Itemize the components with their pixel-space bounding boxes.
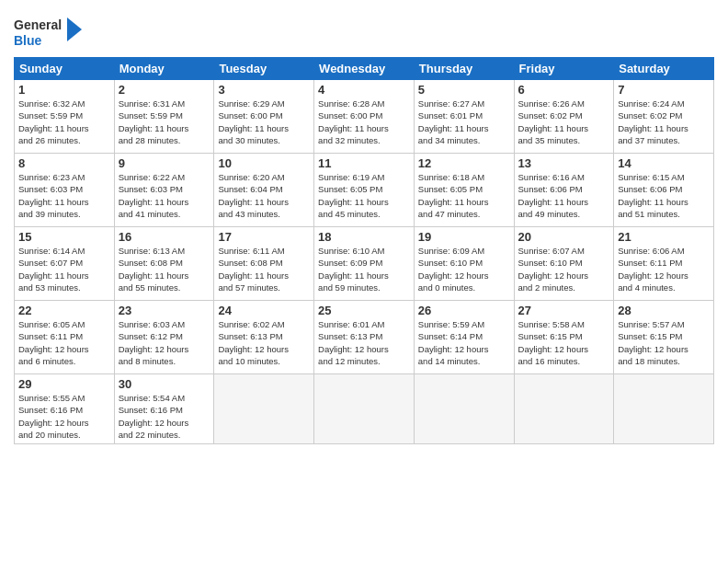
day-info: Sunrise: 5:54 AM Sunset: 6:16 PM Dayligh… — [119, 392, 210, 441]
day-number: 2 — [119, 83, 210, 97]
day-number: 25 — [318, 304, 410, 317]
day-info: Sunrise: 5:59 AM Sunset: 6:14 PM Dayligh… — [418, 318, 510, 367]
calendar-cell: 1Sunrise: 6:32 AM Sunset: 5:59 PM Daylig… — [15, 80, 115, 154]
logo: GeneralBlue — [14, 13, 83, 52]
day-info: Sunrise: 6:01 AM Sunset: 6:13 PM Dayligh… — [318, 318, 410, 367]
calendar-cell: 8Sunrise: 6:23 AM Sunset: 6:03 PM Daylig… — [15, 154, 115, 227]
day-info: Sunrise: 6:28 AM Sunset: 6:00 PM Dayligh… — [318, 98, 410, 146]
day-info: Sunrise: 6:24 AM Sunset: 6:02 PM Dayligh… — [618, 98, 710, 146]
calendar-cell: 4Sunrise: 6:28 AM Sunset: 6:00 PM Daylig… — [314, 80, 415, 154]
day-number: 28 — [618, 304, 710, 317]
calendar-cell: 16Sunrise: 6:13 AM Sunset: 6:08 PM Dayli… — [114, 227, 214, 301]
day-number: 1 — [18, 83, 110, 97]
day-info: Sunrise: 6:10 AM Sunset: 6:09 PM Dayligh… — [318, 245, 410, 293]
calendar-cell — [414, 374, 514, 444]
day-info: Sunrise: 6:11 AM Sunset: 6:08 PM Dayligh… — [218, 245, 310, 293]
calendar-cell: 10Sunrise: 6:20 AM Sunset: 6:04 PM Dayli… — [214, 154, 314, 227]
col-header-friday: Friday — [514, 58, 614, 80]
calendar-cell: 5Sunrise: 6:27 AM Sunset: 6:01 PM Daylig… — [414, 80, 514, 154]
svg-text:Blue: Blue — [14, 33, 42, 48]
day-info: Sunrise: 6:14 AM Sunset: 6:07 PM Dayligh… — [18, 245, 110, 293]
calendar-cell: 23Sunrise: 6:03 AM Sunset: 6:12 PM Dayli… — [114, 301, 214, 374]
day-number: 20 — [518, 230, 610, 244]
day-info: Sunrise: 6:18 AM Sunset: 6:05 PM Dayligh… — [418, 171, 510, 220]
col-header-wednesday: Wednesday — [314, 58, 415, 80]
day-number: 4 — [318, 83, 410, 97]
col-header-sunday: Sunday — [15, 58, 115, 80]
calendar-cell: 21Sunrise: 6:06 AM Sunset: 6:11 PM Dayli… — [614, 227, 714, 301]
day-info: Sunrise: 6:22 AM Sunset: 6:03 PM Dayligh… — [119, 171, 210, 220]
calendar-cell: 15Sunrise: 6:14 AM Sunset: 6:07 PM Dayli… — [15, 227, 115, 301]
col-header-thursday: Thursday — [414, 58, 514, 80]
calendar-cell: 30Sunrise: 5:54 AM Sunset: 6:16 PM Dayli… — [114, 374, 214, 444]
day-number: 18 — [318, 230, 410, 244]
day-number: 3 — [218, 83, 310, 97]
day-number: 6 — [518, 83, 610, 97]
calendar-cell: 29Sunrise: 5:55 AM Sunset: 6:16 PM Dayli… — [15, 374, 115, 444]
day-number: 29 — [18, 377, 110, 391]
calendar-cell: 7Sunrise: 6:24 AM Sunset: 6:02 PM Daylig… — [614, 80, 714, 154]
calendar-cell: 13Sunrise: 6:16 AM Sunset: 6:06 PM Dayli… — [514, 154, 614, 227]
day-number: 7 — [618, 83, 710, 97]
day-info: Sunrise: 6:19 AM Sunset: 6:05 PM Dayligh… — [318, 171, 410, 220]
calendar-cell: 25Sunrise: 6:01 AM Sunset: 6:13 PM Dayli… — [314, 301, 415, 374]
day-number: 24 — [218, 304, 310, 317]
col-header-tuesday: Tuesday — [214, 58, 314, 80]
day-number: 17 — [218, 230, 310, 244]
calendar-cell: 18Sunrise: 6:10 AM Sunset: 6:09 PM Dayli… — [314, 227, 415, 301]
calendar-cell: 6Sunrise: 6:26 AM Sunset: 6:02 PM Daylig… — [514, 80, 614, 154]
calendar-cell: 28Sunrise: 5:57 AM Sunset: 6:15 PM Dayli… — [614, 301, 714, 374]
day-info: Sunrise: 6:05 AM Sunset: 6:11 PM Dayligh… — [18, 318, 110, 367]
day-number: 5 — [418, 83, 510, 97]
calendar-cell: 24Sunrise: 6:02 AM Sunset: 6:13 PM Dayli… — [214, 301, 314, 374]
calendar-cell: 9Sunrise: 6:22 AM Sunset: 6:03 PM Daylig… — [114, 154, 214, 227]
day-info: Sunrise: 6:20 AM Sunset: 6:04 PM Dayligh… — [218, 171, 310, 220]
calendar: SundayMondayTuesdayWednesdayThursdayFrid… — [14, 57, 714, 444]
calendar-cell — [214, 374, 314, 444]
day-info: Sunrise: 6:13 AM Sunset: 6:08 PM Dayligh… — [119, 245, 210, 293]
calendar-cell — [314, 374, 415, 444]
day-number: 27 — [518, 304, 610, 317]
day-info: Sunrise: 6:03 AM Sunset: 6:12 PM Dayligh… — [119, 318, 210, 367]
svg-marker-2 — [67, 17, 82, 41]
day-number: 9 — [119, 156, 210, 170]
day-number: 26 — [418, 304, 510, 317]
svg-text:General: General — [14, 17, 62, 32]
day-info: Sunrise: 5:58 AM Sunset: 6:15 PM Dayligh… — [518, 318, 610, 367]
day-number: 8 — [18, 156, 110, 170]
calendar-cell: 20Sunrise: 6:07 AM Sunset: 6:10 PM Dayli… — [514, 227, 614, 301]
day-info: Sunrise: 6:09 AM Sunset: 6:10 PM Dayligh… — [418, 245, 510, 293]
day-info: Sunrise: 6:27 AM Sunset: 6:01 PM Dayligh… — [418, 98, 510, 146]
day-number: 13 — [518, 156, 610, 170]
day-number: 12 — [418, 156, 510, 170]
day-number: 11 — [318, 156, 410, 170]
calendar-cell: 11Sunrise: 6:19 AM Sunset: 6:05 PM Dayli… — [314, 154, 415, 227]
day-info: Sunrise: 6:31 AM Sunset: 5:59 PM Dayligh… — [119, 98, 210, 146]
col-header-monday: Monday — [114, 58, 214, 80]
calendar-cell: 26Sunrise: 5:59 AM Sunset: 6:14 PM Dayli… — [414, 301, 514, 374]
day-number: 19 — [418, 230, 510, 244]
day-info: Sunrise: 6:32 AM Sunset: 5:59 PM Dayligh… — [18, 98, 110, 146]
calendar-cell: 2Sunrise: 6:31 AM Sunset: 5:59 PM Daylig… — [114, 80, 214, 154]
col-header-saturday: Saturday — [614, 58, 714, 80]
day-info: Sunrise: 6:29 AM Sunset: 6:00 PM Dayligh… — [218, 98, 310, 146]
calendar-cell: 22Sunrise: 6:05 AM Sunset: 6:11 PM Dayli… — [15, 301, 115, 374]
calendar-cell: 12Sunrise: 6:18 AM Sunset: 6:05 PM Dayli… — [414, 154, 514, 227]
day-info: Sunrise: 6:16 AM Sunset: 6:06 PM Dayligh… — [518, 171, 610, 220]
day-number: 14 — [618, 156, 710, 170]
day-info: Sunrise: 6:26 AM Sunset: 6:02 PM Dayligh… — [518, 98, 610, 146]
calendar-cell: 27Sunrise: 5:58 AM Sunset: 6:15 PM Dayli… — [514, 301, 614, 374]
calendar-cell: 17Sunrise: 6:11 AM Sunset: 6:08 PM Dayli… — [214, 227, 314, 301]
calendar-cell — [514, 374, 614, 444]
day-number: 15 — [18, 230, 110, 244]
calendar-cell: 14Sunrise: 6:15 AM Sunset: 6:06 PM Dayli… — [614, 154, 714, 227]
day-number: 23 — [119, 304, 210, 317]
calendar-cell: 3Sunrise: 6:29 AM Sunset: 6:00 PM Daylig… — [214, 80, 314, 154]
day-info: Sunrise: 6:23 AM Sunset: 6:03 PM Dayligh… — [18, 171, 110, 220]
day-number: 22 — [18, 304, 110, 317]
day-info: Sunrise: 6:07 AM Sunset: 6:10 PM Dayligh… — [518, 245, 610, 293]
day-info: Sunrise: 6:06 AM Sunset: 6:11 PM Dayligh… — [618, 245, 710, 293]
day-info: Sunrise: 6:15 AM Sunset: 6:06 PM Dayligh… — [618, 171, 710, 220]
calendar-cell: 19Sunrise: 6:09 AM Sunset: 6:10 PM Dayli… — [414, 227, 514, 301]
day-number: 16 — [119, 230, 210, 244]
